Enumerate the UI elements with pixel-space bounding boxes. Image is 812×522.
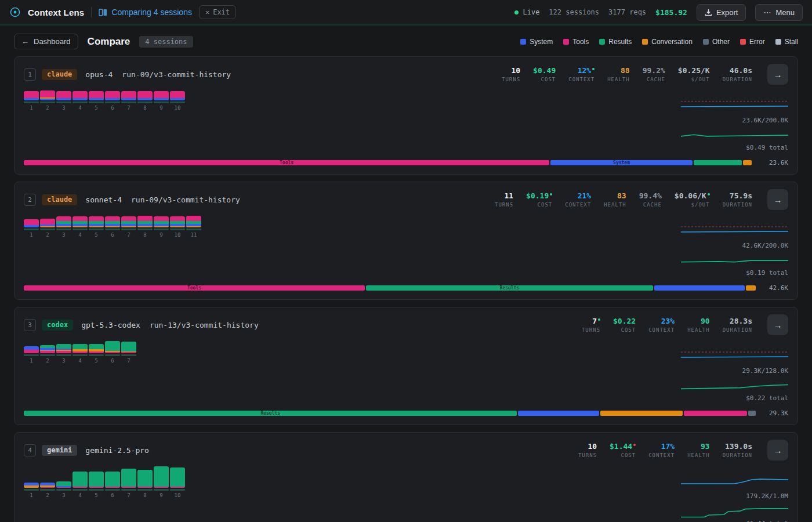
- stat-context: 21% CONTEXT: [565, 191, 591, 208]
- cache-base-strip: [40, 229, 55, 230]
- session-index: 4: [24, 444, 36, 456]
- provider-badge: claude: [42, 69, 77, 80]
- cache-base-strip: [40, 102, 55, 103]
- session-index: 2: [24, 194, 36, 206]
- run-name: run-09/v3-commit-history: [131, 195, 240, 204]
- cache-base-strip: [40, 489, 55, 491]
- flow-segment-conversation: [600, 411, 682, 416]
- exit-button[interactable]: ✕ Exit: [199, 5, 236, 19]
- turn-bar: 2: [40, 90, 55, 111]
- legend-item-other[interactable]: Other: [703, 38, 730, 46]
- turn-bar: 1: [24, 346, 39, 364]
- stat-cost: $0.22 COST: [613, 317, 636, 333]
- open-session-button[interactable]: →: [767, 440, 788, 461]
- session-card[interactable]: 4 gemini gemini-2.5-pro 10 TURNS $1.44 C…: [14, 432, 798, 522]
- legend-swatch-icon: [642, 39, 648, 45]
- cache-base-strip: [105, 354, 120, 356]
- legend-swatch-icon: [740, 39, 746, 45]
- legend-item-error[interactable]: Error: [740, 38, 765, 46]
- dashboard-back-button[interactable]: ← Dashboard: [14, 34, 78, 49]
- token-flow-row: Tools Results 42.6K: [24, 284, 788, 292]
- turn-bars-chart: 1 2 3 4 5 6 7: [24, 341, 681, 364]
- cache-base-strip: [137, 229, 153, 230]
- flow-segment-results: Results: [366, 285, 653, 291]
- sparkline-panel: 23.6K/200.0K $0.49 total: [681, 90, 788, 151]
- flow-segment-conversation: [743, 160, 752, 165]
- cache-base-strip: [154, 489, 169, 491]
- turn-bar: 2: [40, 219, 55, 238]
- cache-base-strip: [56, 229, 71, 230]
- cache-base-strip: [105, 229, 120, 230]
- session-card[interactable]: 2 claude sonnet-4 run-09/v3-commit-histo…: [14, 182, 798, 300]
- cache-base-strip: [105, 489, 120, 491]
- status-dot-icon: [633, 444, 636, 446]
- sparkline-panel: 179.2K/1.0M $1.44 total: [681, 466, 788, 522]
- token-flow-bar: Tools System: [24, 160, 756, 165]
- legend-item-system[interactable]: System: [520, 38, 553, 46]
- session-card-header: 4 gemini gemini-2.5-pro 10 TURNS $1.44 C…: [24, 440, 788, 461]
- app-logo-icon: [9, 6, 21, 18]
- flow-segment-conversation: [746, 285, 755, 291]
- session-stats: 7 TURNS $0.22 COST 23% CONTEXT 90 HEALTH…: [579, 317, 752, 333]
- stat-cost: $0.19 COST: [526, 191, 552, 208]
- turn-bar: 1: [24, 219, 39, 238]
- cache-base-strip: [40, 354, 55, 356]
- turn-bars-chart: 1 2 3 4 5 6 7: [24, 90, 681, 111]
- legend-swatch-icon: [520, 39, 526, 45]
- export-button[interactable]: Export: [697, 4, 746, 21]
- cost-sparkline: $0.22 total: [681, 379, 788, 402]
- stat-duration: 46.0s DURATION: [723, 66, 752, 82]
- arrow-right-icon: →: [774, 320, 782, 330]
- stat-turns: 7 TURNS: [579, 317, 600, 333]
- cache-base-strip: [121, 102, 136, 103]
- legend-item-conversation[interactable]: Conversation: [642, 38, 693, 46]
- token-flow-bar: Tools Results: [24, 285, 756, 291]
- cache-base-strip: [72, 229, 88, 230]
- turn-bar: 5: [89, 91, 104, 111]
- provider-badge: claude: [42, 194, 77, 205]
- stat--out: $0.06/K $/OUT: [675, 191, 710, 208]
- turn-bars-chart: 1 2 3 4 5 6 7: [24, 466, 681, 499]
- status-dot-icon: [708, 193, 710, 195]
- session-card[interactable]: 3 codex gpt-5.3-codex run-13/v3-commit-h…: [14, 307, 798, 425]
- turn-bar: 1: [24, 483, 39, 499]
- status-dot-icon: [598, 318, 600, 321]
- stat-health: 90 HEALTH: [687, 317, 710, 333]
- flow-segment-other: [748, 411, 756, 416]
- cache-base-strip: [89, 489, 104, 491]
- open-session-button[interactable]: →: [767, 64, 788, 85]
- turn-bar: 6: [105, 91, 120, 111]
- live-dot-icon: [514, 10, 519, 14]
- session-card-header: 2 claude sonnet-4 run-09/v3-commit-histo…: [24, 189, 788, 210]
- cache-base-strip: [137, 489, 153, 491]
- stat--out: $0.25/K $/OUT: [678, 66, 710, 82]
- arrow-right-icon: →: [774, 445, 782, 455]
- cache-base-strip: [24, 354, 39, 356]
- context-sparkline: 29.3K/128.0K: [681, 349, 788, 375]
- run-name: run-13/v3-commit-history: [150, 321, 259, 329]
- turn-bar: 9: [154, 466, 169, 499]
- turn-bar: 4: [72, 216, 88, 238]
- turn-bar: 6: [105, 472, 120, 499]
- turn-bar: 6: [105, 216, 120, 238]
- cache-base-strip: [24, 489, 39, 491]
- cache-base-strip: [56, 354, 71, 356]
- flow-segment-tools: Tools: [24, 285, 365, 291]
- menu-button[interactable]: ⋯ Menu: [755, 4, 803, 21]
- stat-turns: 10 TURNS: [576, 442, 597, 458]
- legend-item-tools[interactable]: Tools: [563, 38, 589, 46]
- cache-base-strip: [56, 489, 71, 491]
- provider-badge: codex: [42, 320, 73, 331]
- open-session-button[interactable]: →: [767, 314, 788, 335]
- legend-item-stall[interactable]: Stall: [775, 38, 798, 46]
- cache-base-strip: [121, 229, 136, 230]
- turn-bar: 8: [137, 470, 153, 499]
- provider-badge: gemini: [42, 445, 77, 456]
- app-title: Context Lens: [28, 8, 84, 17]
- comparing-sessions-link[interactable]: Comparing 4 sessions: [99, 8, 192, 17]
- flow-segment-system: System: [550, 160, 693, 165]
- open-session-button[interactable]: →: [767, 189, 788, 210]
- turn-bar: 7: [121, 216, 136, 238]
- session-card[interactable]: 1 claude opus-4 run-09/v3-commit-history…: [14, 56, 798, 175]
- legend-item-results[interactable]: Results: [599, 38, 632, 46]
